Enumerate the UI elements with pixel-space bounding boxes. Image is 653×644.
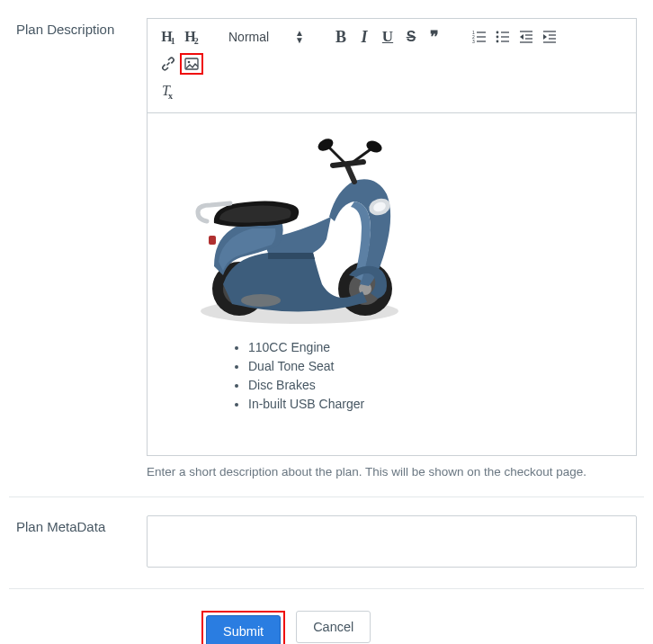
plan-description-row: Plan Description H1 H2 Normal ▲▼ <box>0 0 653 496</box>
svg-point-7 <box>496 36 499 39</box>
clear-group: Tx <box>157 80 180 102</box>
plan-description-label: Plan Description <box>16 18 147 39</box>
editor-content[interactable]: 110CC Engine Dual Tone Seat Disc Brakes … <box>148 113 636 455</box>
plan-description-field: H1 H2 Normal ▲▼ B I U <box>147 18 637 479</box>
heading-group: H1 H2 <box>157 26 203 48</box>
form-actions: Submit Cancel <box>0 589 653 644</box>
format-group: Normal ▲▼ <box>225 30 308 44</box>
svg-point-6 <box>496 31 499 34</box>
svg-text:3: 3 <box>472 39 475 43</box>
list-indent-group: 123 <box>468 26 561 48</box>
svg-point-8 <box>496 40 499 43</box>
insert-group <box>157 53 203 75</box>
list-item: Dual Tone Seat <box>248 357 614 376</box>
description-help-text: Enter a short description about the plan… <box>147 465 637 479</box>
plan-metadata-label: Plan MetaData <box>16 515 147 536</box>
heading1-button[interactable]: H1 <box>157 26 180 48</box>
plan-metadata-row: Plan MetaData <box>0 497 653 588</box>
strikethrough-button[interactable]: S <box>399 26 423 48</box>
image-icon <box>184 58 199 70</box>
heading2-button[interactable]: H2 <box>180 26 203 48</box>
ordered-list-button[interactable]: 123 <box>468 26 491 48</box>
list-item: Disc Brakes <box>248 376 614 395</box>
svg-marker-21 <box>543 34 547 40</box>
unordered-list-button[interactable] <box>491 26 514 48</box>
indent-button[interactable] <box>538 26 561 48</box>
list-item: 110CC Engine <box>248 338 614 357</box>
submit-highlight: Submit <box>201 611 285 644</box>
submit-button[interactable]: Submit <box>206 615 281 644</box>
link-button[interactable] <box>157 53 180 75</box>
metadata-input[interactable] <box>147 515 637 568</box>
outdent-button[interactable] <box>514 26 538 48</box>
svg-marker-16 <box>520 34 523 40</box>
plan-metadata-field <box>147 515 637 570</box>
format-select-label: Normal <box>228 30 269 44</box>
format-select[interactable]: Normal ▲▼ <box>225 30 308 44</box>
image-button[interactable] <box>180 53 203 75</box>
clear-format-button[interactable]: Tx <box>157 80 180 102</box>
list-item: In-built USB Charger <box>248 395 614 414</box>
chevron-updown-icon: ▲▼ <box>295 30 304 44</box>
bold-button[interactable]: B <box>329 26 353 48</box>
svg-point-39 <box>241 294 281 307</box>
inline-style-group: B I U S ❞ <box>329 26 446 48</box>
svg-point-23 <box>188 61 191 64</box>
rich-text-editor: H1 H2 Normal ▲▼ B I U <box>147 18 637 456</box>
svg-rect-38 <box>209 236 216 245</box>
blockquote-button[interactable]: ❞ <box>423 26 446 48</box>
feature-list: 110CC Engine Dual Tone Seat Disc Brakes … <box>248 338 614 414</box>
scooter-image <box>178 131 412 329</box>
svg-line-37 <box>333 162 363 165</box>
underline-button[interactable]: U <box>376 26 399 48</box>
editor-toolbar: H1 H2 Normal ▲▼ B I U <box>148 19 636 113</box>
italic-button[interactable]: I <box>353 26 376 48</box>
cancel-button[interactable]: Cancel <box>296 611 371 643</box>
